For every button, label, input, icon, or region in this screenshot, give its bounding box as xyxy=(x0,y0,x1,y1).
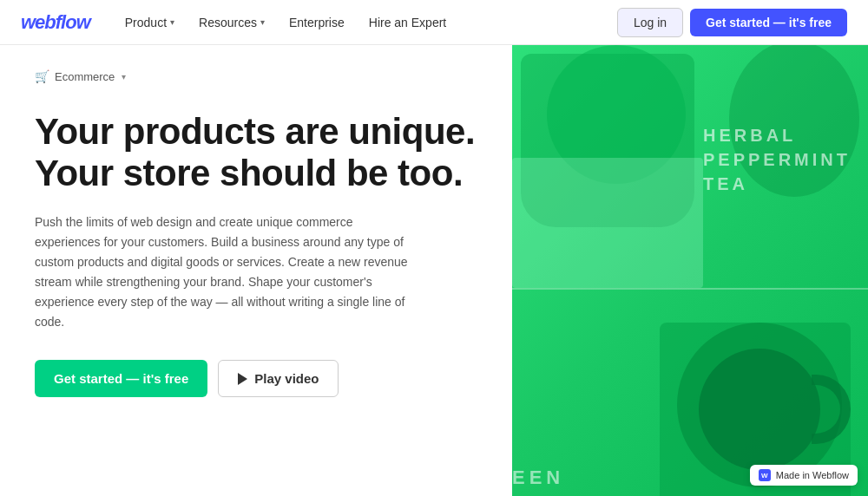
main-content: 🛒 Ecommerce ▾ Your products are unique. … xyxy=(0,45,868,496)
play-icon xyxy=(238,373,247,385)
nav-actions: Log in Get started — it's free xyxy=(617,8,847,37)
nav-hire-label: Hire an Expert xyxy=(369,16,446,29)
nav-resources-label: Resources xyxy=(199,16,257,29)
nav-item-hire-expert[interactable]: Hire an Expert xyxy=(358,10,457,35)
left-panel: 🛒 Ecommerce ▾ Your products are unique. … xyxy=(0,45,512,496)
nav-enterprise-label: Enterprise xyxy=(289,16,345,29)
nav-product-label: Product xyxy=(125,16,167,29)
tea-label-line1: HERBAL xyxy=(703,123,851,147)
play-video-label: Play video xyxy=(254,371,319,386)
green-bottom-label: EEN xyxy=(512,467,564,489)
badge-text: Made in Webflow xyxy=(776,470,849,480)
tea-label-line3: TEA xyxy=(703,172,851,196)
get-started-nav-button[interactable]: Get started — it's free xyxy=(690,9,847,36)
hero-actions: Get started — it's free Play video xyxy=(35,360,477,397)
nav-item-enterprise[interactable]: Enterprise xyxy=(279,10,355,35)
nav-items: Product ▾ Resources ▾ Enterprise Hire an… xyxy=(115,10,617,35)
right-panel: HERBAL PEPPERMINT TEA EEN Made in Webflo… xyxy=(512,45,868,496)
webflow-badge-logo xyxy=(759,469,771,481)
login-button[interactable]: Log in xyxy=(617,8,683,37)
hero-body: Push the limits of web design and create… xyxy=(35,212,408,333)
tea-label: HERBAL PEPPERMINT TEA xyxy=(703,123,851,196)
nav-item-resources[interactable]: Resources ▾ xyxy=(188,10,275,35)
nav-item-product[interactable]: Product ▾ xyxy=(115,10,185,35)
play-video-button[interactable]: Play video xyxy=(218,360,339,397)
hero-heading: Your products are unique. Your store sho… xyxy=(35,111,477,195)
chevron-down-icon: ▾ xyxy=(122,72,126,82)
breadcrumb[interactable]: 🛒 Ecommerce ▾ xyxy=(35,69,477,83)
tea-label-line2: PEPPERMINT xyxy=(703,147,851,172)
made-in-webflow-badge[interactable]: Made in Webflow xyxy=(750,465,858,486)
chevron-down-icon: ▾ xyxy=(260,17,265,27)
cup-inner-circle xyxy=(699,349,820,470)
webflow-logo[interactable]: webflow xyxy=(21,11,90,34)
breadcrumb-label: Ecommerce xyxy=(55,70,115,83)
cart-icon: 🛒 xyxy=(35,69,49,83)
overlay-rectangle xyxy=(512,158,703,288)
navbar: webflow Product ▾ Resources ▾ Enterprise… xyxy=(0,0,868,45)
chevron-down-icon: ▾ xyxy=(170,17,174,27)
get-started-hero-button[interactable]: Get started — it's free xyxy=(35,360,207,397)
